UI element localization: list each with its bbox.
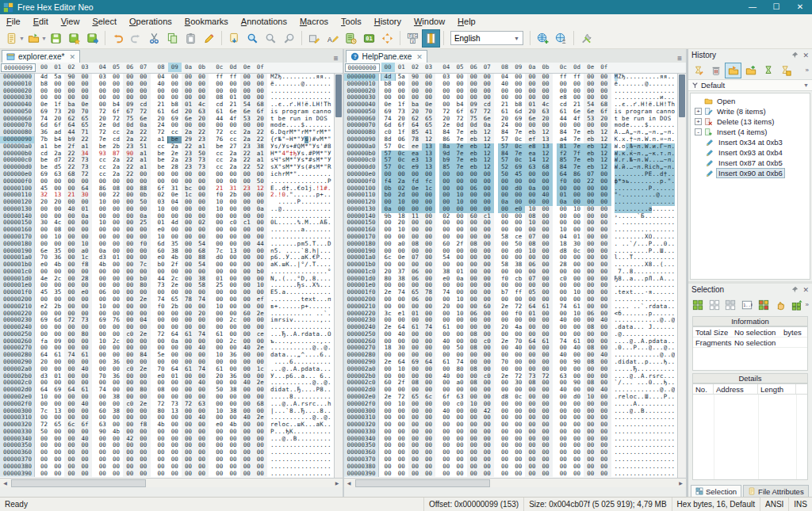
hex-byte[interactable]: 22 [64,151,78,158]
hex-byte[interactable]: c0 [481,338,494,345]
hex-byte[interactable]: 00 [481,331,494,338]
ansi-char[interactable]: . [671,171,675,178]
hex-byte[interactable]: 50 [213,387,226,394]
row-address[interactable]: 00000370 [0,456,35,463]
hex-byte[interactable]: 6d [511,109,525,116]
row-address[interactable]: 000002c0 [0,379,35,387]
history-branch-combo[interactable]: Default ▼ [688,79,812,91]
hex-byte[interactable]: 10 [453,311,466,318]
hex-byte[interactable]: 00 [254,324,267,331]
menu-item-window[interactable]: Window [408,16,451,27]
hex-byte[interactable]: 00 [584,421,597,429]
hex-byte[interactable]: 00 [226,269,239,276]
hex-byte[interactable]: 00 [96,81,109,88]
ansi-char[interactable]: . [327,379,331,387]
hex-byte[interactable]: 00 [182,213,195,220]
hex-byte[interactable]: 00 [439,94,453,101]
hex-byte[interactable]: 00 [439,449,453,456]
hex-byte[interactable]: 07 [525,234,538,241]
hex-byte[interactable]: 00 [182,269,195,276]
hex-byte[interactable]: 2c [226,338,239,345]
hex-byte[interactable]: 00 [381,219,395,227]
ansi-char[interactable]: . [671,192,675,199]
hex-byte[interactable]: 00 [123,289,136,296]
hex-byte[interactable]: 00 [511,219,525,227]
menu-item-annotations[interactable]: Annotations [235,16,293,27]
hex-byte[interactable]: 12 [481,136,494,143]
row-address[interactable]: 000002b0 [0,373,35,380]
hex-byte[interactable]: 00 [539,311,553,318]
hex-byte[interactable]: 00 [96,296,109,303]
hex-byte[interactable]: 00 [557,408,570,415]
hex-byte[interactable]: 73 [195,157,209,164]
hex-byte[interactable]: 00 [381,296,395,303]
hex-byte[interactable]: 00 [213,178,226,185]
hex-byte[interactable]: 00 [539,463,553,471]
hex-byte[interactable]: 90 [123,151,136,158]
hex-byte[interactable]: 00 [136,88,150,95]
hex-byte[interactable]: 00 [51,241,64,248]
ansi-char[interactable]: . [671,456,675,463]
hex-byte[interactable]: 00 [481,414,494,421]
hex-byte[interactable]: 00 [453,219,466,227]
hex-byte[interactable]: 00 [408,234,422,241]
hex-byte[interactable]: 40 [439,373,453,380]
hex-byte[interactable]: 00 [511,442,525,449]
hex-byte[interactable]: 63 [96,421,109,429]
hex-byte[interactable]: 00 [539,421,553,429]
hex-byte[interactable]: 00 [539,254,553,261]
hex-byte[interactable]: 00 [453,471,466,478]
hex-byte[interactable]: 00 [51,331,64,338]
hex-byte[interactable]: 02 [155,192,168,199]
hex-byte[interactable]: 00 [467,81,481,88]
hex-byte[interactable]: e9 [408,164,422,171]
hex-byte[interactable]: 00 [51,213,64,220]
hex-byte[interactable]: 63 [195,109,209,116]
hex-byte[interactable]: 23 [240,143,254,151]
hex-byte[interactable]: 00 [381,408,395,415]
hex-byte[interactable]: f2 [557,151,570,158]
row-address[interactable]: 00000380 [344,463,379,471]
hex-byte[interactable]: 00 [584,227,597,234]
hex-byte[interactable]: 0d [453,122,466,129]
hex-byte[interactable]: 00 [64,303,78,311]
hex-byte[interactable]: 00 [226,122,239,129]
ansi-char[interactable]: . [671,442,675,449]
hex-byte[interactable]: 00 [182,471,195,478]
hex-byte[interactable]: 00 [213,269,226,276]
hex-byte[interactable]: 09 [467,101,481,109]
hex-byte[interactable]: 36 [226,352,239,359]
hex-byte[interactable]: 00 [168,352,182,359]
hex-byte[interactable]: 10 [467,401,481,408]
hex-byte[interactable]: e0 [155,254,168,261]
hex-byte[interactable]: 60 [439,241,453,248]
hex-byte[interactable]: 00 [79,359,92,366]
hex-byte[interactable]: 00 [79,74,92,81]
hex-byte[interactable]: 00 [539,88,553,95]
hex-byte[interactable]: 74 [557,303,570,311]
hex-byte[interactable]: 00 [96,471,109,478]
hex-byte[interactable]: 00 [395,449,408,456]
hex-byte[interactable]: d0 [213,254,226,261]
hex-byte[interactable]: 00 [511,269,525,276]
hex-byte[interactable]: 18 [557,241,570,248]
hex-byte[interactable]: 00 [195,352,209,359]
hex-byte[interactable]: 00 [570,227,584,234]
hex-byte[interactable]: 00 [64,261,78,269]
hex-byte[interactable]: 00 [597,227,611,234]
hex-byte[interactable]: 00 [123,421,136,429]
hex-byte[interactable]: 00 [226,171,239,178]
hex-byte[interactable]: 00 [498,219,511,227]
hex-byte[interactable]: 0e [79,101,92,109]
hex-byte[interactable]: 00 [525,94,538,101]
hex-byte[interactable]: 00 [408,471,422,478]
hex-byte[interactable]: 72 [439,109,453,116]
hex-byte[interactable]: 0d [123,122,136,129]
hex-byte[interactable]: 69 [37,109,51,116]
hex-byte[interactable]: 00 [213,296,226,303]
row-address[interactable]: 00000280 [0,352,35,359]
hex-byte[interactable]: 01 [226,94,239,101]
hex-byte[interactable]: 50 [453,345,466,352]
hex-byte[interactable]: e0 [79,289,92,296]
hex-byte[interactable]: 00 [168,442,182,449]
